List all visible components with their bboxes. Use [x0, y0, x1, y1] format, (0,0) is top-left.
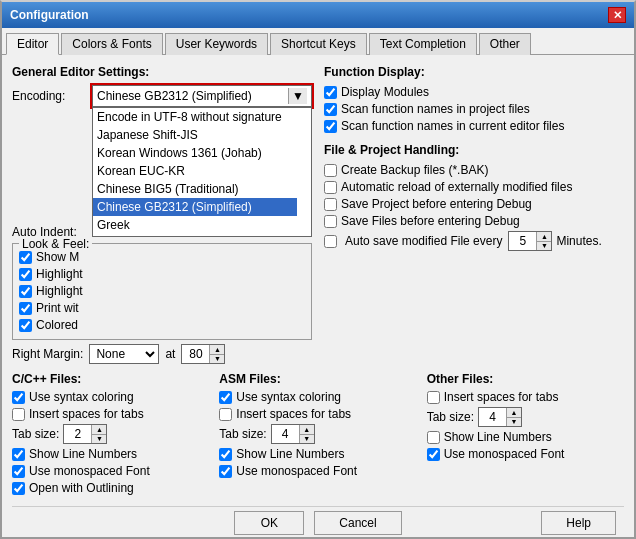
cpp-tab-value[interactable]: 2 [64, 425, 92, 443]
look-feel-check-2[interactable] [19, 285, 32, 298]
encoding-dropdown-list: Encode in UTF-8 without signature Japane… [92, 107, 312, 237]
cpp-check-1[interactable] [12, 408, 25, 421]
content-area: General Editor Settings: Encoding: Chine… [2, 55, 634, 537]
asm-check2-0[interactable] [219, 448, 232, 461]
at-label: at [165, 347, 175, 361]
encoding-select-wrapper: Chinese GB2312 (Simplified) ▼ Encode in … [92, 85, 312, 107]
other-tab-size-label: Tab size: [427, 410, 474, 424]
cancel-button[interactable]: Cancel [314, 511, 401, 535]
right-margin-up[interactable]: ▲ [210, 345, 224, 355]
minutes-up[interactable]: ▲ [537, 232, 551, 242]
function-display-title: Function Display: [324, 65, 624, 79]
encoding-dropdown-arrow[interactable]: ▼ [288, 88, 307, 104]
bottom-buttons-inner: OK Cancel Help [12, 511, 624, 535]
cpp-cb-1: Insert spaces for tabs [12, 407, 209, 421]
func-cb-0: Display Modules [324, 85, 624, 99]
ok-button[interactable]: OK [234, 511, 304, 535]
look-feel-col: Show M Highlight Highlight [19, 250, 305, 335]
fp-cb-0: Create Backup files (*.BAK) [324, 163, 624, 177]
cpp-cb2-2: Open with Outlining [12, 481, 209, 495]
right-margin-label: Right Margin: [12, 347, 83, 361]
bottom-buttons: OK Cancel Help [12, 506, 624, 535]
dropdown-item-shift-jis[interactable]: Japanese Shift-JIS [93, 126, 297, 144]
help-button[interactable]: Help [541, 511, 616, 535]
other-tab-up[interactable]: ▲ [507, 408, 521, 418]
other-tab-down[interactable]: ▼ [507, 418, 521, 427]
tab-editor[interactable]: Editor [6, 33, 59, 55]
asm-cb-1: Insert spaces for tabs [219, 407, 416, 421]
right-margin-type-select[interactable]: None [89, 344, 159, 364]
asm-check-1[interactable] [219, 408, 232, 421]
tab-user-keywords[interactable]: User Keywords [165, 33, 268, 55]
cpp-tab-spinner: 2 ▲ ▼ [63, 424, 107, 444]
cpp-cb2-1: Use monospaced Font [12, 464, 209, 478]
other-cb2-0: Show Line Numbers [427, 430, 624, 444]
look-feel-cb-3: Print wit [19, 301, 305, 315]
dropdown-item-eastern-european[interactable]: Eastern European [93, 234, 297, 237]
title-bar: Configuration ✕ [2, 2, 634, 28]
asm-tab-value[interactable]: 4 [272, 425, 300, 443]
look-feel-section: Look & Feel: Show M Highlight [12, 243, 312, 340]
other-tab-spinner: 4 ▲ ▼ [478, 407, 522, 427]
asm-files-section: ASM Files: Use syntax coloring Insert sp… [219, 372, 416, 498]
asm-tab-arrows: ▲ ▼ [300, 425, 314, 443]
fp-check-1[interactable] [324, 181, 337, 194]
cpp-tab-up[interactable]: ▲ [92, 425, 106, 435]
dropdown-item-utf8[interactable]: Encode in UTF-8 without signature [93, 108, 297, 126]
tabs-container: Editor Colors & Fonts User Keywords Shor… [2, 28, 634, 55]
other-check2-1[interactable] [427, 448, 440, 461]
other-cb2-1: Use monospaced Font [427, 447, 624, 461]
right-margin-value[interactable]: 80 [182, 345, 210, 363]
func-check-2[interactable] [324, 120, 337, 133]
cpp-check-0[interactable] [12, 391, 25, 404]
tab-other[interactable]: Other [479, 33, 531, 55]
asm-check2-1[interactable] [219, 465, 232, 478]
other-cb-0: Insert spaces for tabs [427, 390, 624, 404]
top-section: General Editor Settings: Encoding: Chine… [12, 65, 624, 364]
cpp-check2-1[interactable] [12, 465, 25, 478]
dropdown-item-greek[interactable]: Greek [93, 216, 297, 234]
tab-text-completion[interactable]: Text Completion [369, 33, 477, 55]
other-title: Other Files: [427, 372, 624, 386]
encoding-select[interactable]: Chinese GB2312 (Simplified) ▼ [92, 85, 312, 107]
func-cb-1: Scan function names in project files [324, 102, 624, 116]
cpp-check2-2[interactable] [12, 482, 25, 495]
minutes-value[interactable]: 5 [509, 232, 537, 250]
look-feel-cb-4: Colored [19, 318, 305, 332]
dropdown-item-korean-euc[interactable]: Korean EUC-KR [93, 162, 297, 180]
cpp-tab-down[interactable]: ▼ [92, 435, 106, 444]
other-tab-value[interactable]: 4 [479, 408, 507, 426]
func-check-0[interactable] [324, 86, 337, 99]
minutes-label: Minutes. [556, 234, 601, 248]
right-margin-down[interactable]: ▼ [210, 355, 224, 364]
close-button[interactable]: ✕ [608, 7, 626, 23]
func-check-1[interactable] [324, 103, 337, 116]
look-feel-check-0[interactable] [19, 251, 32, 264]
tab-shortcut-keys[interactable]: Shortcut Keys [270, 33, 367, 55]
fp-check-2[interactable] [324, 198, 337, 211]
dropdown-item-chinese-gb2312[interactable]: Chinese GB2312 (Simplified) [93, 198, 297, 216]
minutes-down[interactable]: ▼ [537, 242, 551, 251]
dropdown-item-korean-johab[interactable]: Korean Windows 1361 (Johab) [93, 144, 297, 162]
fp-cb-3: Save Files before entering Debug [324, 214, 624, 228]
dropdown-item-chinese-big5[interactable]: Chinese BIG5 (Traditional) [93, 180, 297, 198]
asm-check-0[interactable] [219, 391, 232, 404]
configuration-window: Configuration ✕ Editor Colors & Fonts Us… [0, 0, 636, 539]
tab-colors-fonts[interactable]: Colors & Fonts [61, 33, 162, 55]
look-feel-check-4[interactable] [19, 319, 32, 332]
fp-cb-2: Save Project before entering Debug [324, 197, 624, 211]
encoding-row: Encoding: Chinese GB2312 (Simplified) ▼ … [12, 85, 312, 107]
look-feel-check-1[interactable] [19, 268, 32, 281]
cpp-check2-0[interactable] [12, 448, 25, 461]
fp-check-3[interactable] [324, 215, 337, 228]
other-check2-0[interactable] [427, 431, 440, 444]
asm-tab-up[interactable]: ▲ [300, 425, 314, 435]
right-margin-row: Right Margin: None at 80 ▲ ▼ [12, 344, 312, 364]
asm-tab-down[interactable]: ▼ [300, 435, 314, 444]
cpp-files-section: C/C++ Files: Use syntax coloring Insert … [12, 372, 209, 498]
look-feel-content: Show M Highlight Highlight [19, 250, 305, 335]
look-feel-check-3[interactable] [19, 302, 32, 315]
other-check-0[interactable] [427, 391, 440, 404]
fp-check-0[interactable] [324, 164, 337, 177]
fp-check-4[interactable] [324, 235, 337, 248]
